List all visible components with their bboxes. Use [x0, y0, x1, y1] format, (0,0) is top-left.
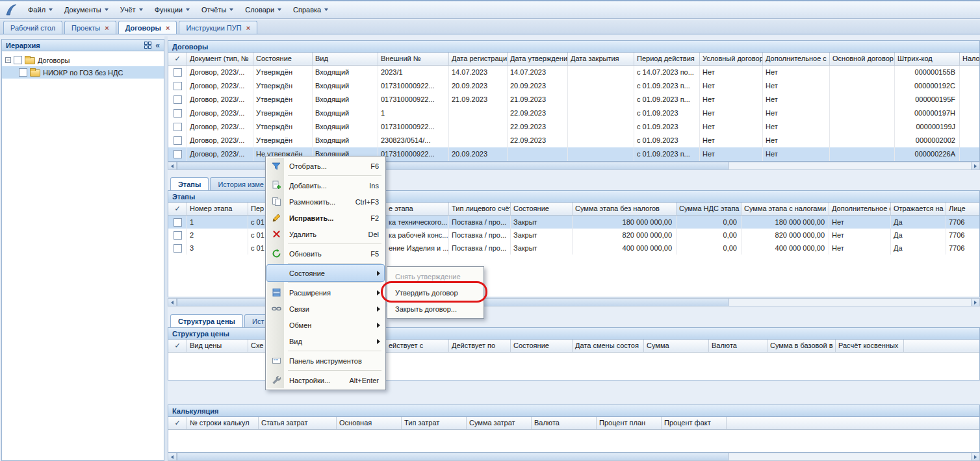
column-header[interactable]: ✓ — [168, 53, 187, 65]
column-header[interactable]: ✓ — [168, 340, 187, 352]
column-header[interactable]: Нало — [960, 53, 980, 65]
menubar-item[interactable]: Документы — [58, 3, 114, 16]
column-header[interactable]: Условный договор — [700, 53, 763, 65]
contract-row[interactable]: Договор, 2023/... Утверждён Входящий 017… — [168, 93, 979, 106]
column-header[interactable]: Состояние — [511, 340, 573, 352]
collapse-panel-icon[interactable]: « — [155, 41, 160, 50]
menu-item-links[interactable]: Связи — [267, 301, 384, 317]
menu-item-exchange[interactable]: Обмен — [267, 317, 384, 333]
scroll-left-icon[interactable] — [168, 299, 177, 306]
contract-row[interactable]: Договор, 2023/... Утверждён Входящий 017… — [168, 120, 979, 134]
contract-row[interactable]: Договор, 2023/... Утверждён Входящий 202… — [168, 66, 979, 79]
column-header[interactable]: № строки калькул — [187, 417, 259, 429]
row-checkbox[interactable] — [174, 123, 182, 131]
menu-item-duplicate[interactable]: Размножить... Ctrl+F3 — [267, 193, 384, 210]
column-header[interactable]: е этапа — [386, 203, 449, 215]
column-header[interactable]: Тип затрат — [402, 417, 467, 429]
tree-checkbox[interactable] — [19, 68, 27, 77]
column-header[interactable]: Состояние — [511, 203, 573, 215]
menu-item-extensions[interactable]: Расширения — [267, 284, 384, 301]
contract-row[interactable]: Договор, 2023/... Утверждён Входящий 230… — [168, 134, 979, 147]
tree-node-niokr[interactable]: НИОКР по ГОЗ без НДС — [2, 66, 164, 79]
column-header[interactable]: Сумма в базовой в — [767, 340, 836, 352]
column-header[interactable]: Штрих-код — [895, 53, 960, 65]
price-tab[interactable]: Структура цены — [170, 314, 243, 327]
row-checkbox[interactable] — [174, 109, 182, 118]
menu-item-delete[interactable]: Удалить Del — [267, 226, 384, 242]
menubar-item[interactable]: Словари — [239, 3, 287, 16]
row-checkbox[interactable] — [174, 82, 182, 90]
column-header[interactable]: Расчёт косвенных — [836, 340, 904, 352]
column-header[interactable]: ✓ — [168, 203, 187, 215]
close-icon[interactable]: × — [105, 25, 109, 31]
column-header[interactable]: Период действия — [634, 53, 700, 65]
column-header[interactable]: Сумма этапа без налогов — [573, 203, 677, 215]
menubar-item[interactable]: Файл — [22, 3, 58, 16]
grid-icon[interactable] — [144, 42, 151, 49]
column-header[interactable]: Валюта — [709, 340, 767, 352]
column-header[interactable]: Статья затрат — [259, 417, 337, 429]
column-header[interactable]: Сумма НДС этапа — [677, 203, 741, 215]
minus-expander-icon[interactable]: − — [5, 57, 11, 63]
close-icon[interactable]: × — [246, 25, 250, 31]
column-header[interactable]: Дата смены состоя — [573, 340, 644, 352]
column-header[interactable]: Дополнительное с — [763, 53, 830, 65]
scroll-right-icon[interactable] — [971, 453, 979, 460]
tree-node-contracts[interactable]: − Договоры — [2, 54, 164, 66]
column-header[interactable]: Состояние — [253, 53, 313, 65]
column-header[interactable]: Дата утверждения — [508, 53, 568, 65]
row-checkbox[interactable] — [174, 136, 182, 145]
column-header[interactable]: Номер этапа — [187, 203, 248, 215]
scroll-right-icon[interactable] — [971, 299, 979, 306]
menubar-item[interactable]: Справка — [287, 3, 334, 16]
column-header[interactable]: Вид — [313, 53, 378, 65]
menu-item-add[interactable]: Добавить... Ins — [267, 177, 384, 193]
menu-item-filter[interactable]: Отобрать... F6 — [267, 158, 384, 174]
scroll-left-icon[interactable] — [168, 162, 177, 169]
row-checkbox[interactable] — [174, 150, 182, 158]
row-checkbox[interactable] — [174, 68, 182, 77]
column-header[interactable]: Дата закрытия — [568, 53, 634, 65]
scroll-left-icon[interactable] — [168, 453, 177, 460]
row-checkbox[interactable] — [174, 218, 182, 227]
document-tab[interactable]: Договоры × — [118, 21, 177, 34]
scrollbar-thumb[interactable] — [177, 453, 729, 460]
column-header[interactable]: Процент план — [597, 417, 662, 429]
menu-item-toolbar[interactable]: Панель инструментов — [267, 353, 384, 369]
contract-row[interactable]: Договор, 2023/... Утверждён Входящий 017… — [168, 79, 979, 93]
document-tab[interactable]: Проекты × — [64, 21, 116, 34]
menubar-item[interactable]: Функции — [149, 3, 196, 16]
column-header[interactable]: Тип лицевого счёт — [449, 203, 511, 215]
submenu-item[interactable]: Утвердить договор — [389, 284, 482, 301]
column-header[interactable]: Сумма — [644, 340, 709, 352]
row-checkbox[interactable] — [174, 95, 182, 104]
menu-item-edit[interactable]: Исправить... F2 — [267, 210, 384, 226]
stages-tab[interactable]: Этапы — [170, 177, 209, 190]
column-header[interactable]: Основной договор — [830, 53, 895, 65]
column-header[interactable]: Дата регистрации — [449, 53, 508, 65]
menu-item-state[interactable]: Состояние — [267, 265, 384, 281]
calculation-hscrollbar[interactable] — [168, 453, 980, 461]
menu-item-refresh[interactable]: Обновить F5 — [267, 245, 384, 262]
document-tab[interactable]: Инструкции ПУП × — [179, 21, 257, 34]
contract-row[interactable]: Договор, 2023/... Утверждён Входящий 1 2… — [168, 106, 979, 120]
column-header[interactable]: Дополнительное с — [829, 203, 891, 215]
column-header[interactable]: Документ (тип, № — [187, 53, 253, 65]
stages-tab[interactable]: История изме — [210, 177, 272, 190]
column-header[interactable]: Валюта — [532, 417, 597, 429]
row-checkbox[interactable] — [174, 231, 182, 240]
column-header[interactable]: Лице — [946, 203, 980, 215]
menubar-item[interactable]: Отчёты — [196, 3, 239, 16]
column-header[interactable]: Основная — [337, 417, 402, 429]
menu-item-view[interactable]: Вид — [267, 333, 384, 349]
close-icon[interactable]: × — [166, 25, 170, 31]
row-checkbox[interactable] — [174, 244, 182, 253]
document-tab[interactable]: Рабочий стол — [3, 21, 62, 34]
scroll-right-icon[interactable] — [971, 162, 979, 169]
submenu-item[interactable]: Снять утверждение — [389, 268, 482, 284]
tree-checkbox[interactable] — [14, 56, 22, 64]
column-header[interactable]: ействует с — [386, 340, 449, 352]
column-header[interactable]: Сумма этапа с налогами — [741, 203, 829, 215]
scrollbar-thumb[interactable] — [177, 162, 729, 169]
column-header[interactable]: Внешний № — [378, 53, 449, 65]
